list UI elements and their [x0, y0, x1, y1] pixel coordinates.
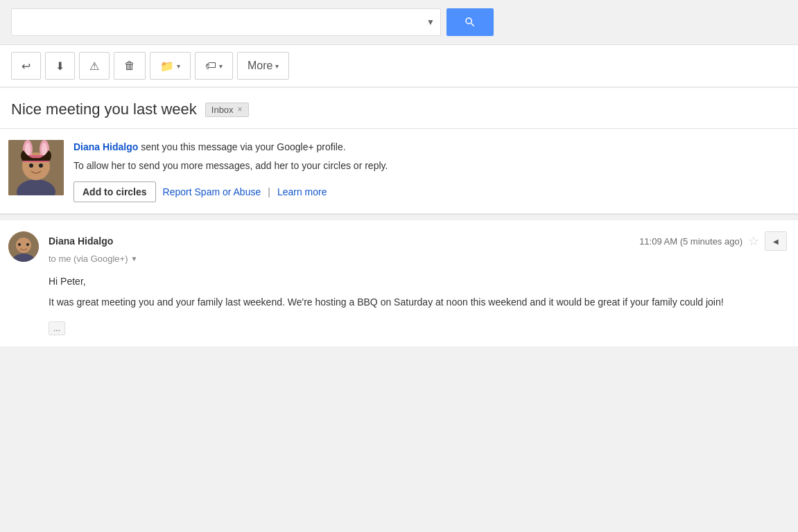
banner-line1: Diana Hidalgo sent you this message via …: [73, 140, 787, 154]
delete-button[interactable]: 🗑: [114, 52, 146, 80]
search-icon: [464, 16, 476, 28]
inbox-tag-label: Inbox: [211, 105, 234, 115]
sender-avatar-banner: [8, 140, 64, 195]
message-to: to me (via Google+) ▼: [49, 254, 787, 264]
message-to-dropdown[interactable]: ▼: [131, 255, 138, 263]
message-header: Diana Hidalgo 11:09 AM (5 minutes ago) ☆…: [49, 231, 787, 251]
more-label: More: [248, 60, 272, 72]
search-button[interactable]: [446, 8, 494, 36]
labels-dropdown-icon: ▾: [219, 62, 223, 70]
move-dropdown-icon: ▾: [177, 62, 180, 70]
report-icon: ⚠: [89, 60, 99, 73]
message-more-button[interactable]: ◀: [765, 231, 787, 251]
delete-icon: 🗑: [124, 60, 135, 72]
top-bar: ▼: [0, 0, 798, 45]
archive-button[interactable]: ⬇: [45, 52, 75, 80]
message-ellipsis-button[interactable]: ...: [49, 321, 65, 335]
banner-actions: Add to circles Report Spam or Abuse | Le…: [73, 181, 787, 202]
inbox-tag-close[interactable]: ×: [238, 105, 243, 114]
move-icon: 📁: [160, 60, 174, 73]
email-subject: Nice meeting you last week: [11, 100, 197, 118]
message-more-icon: ◀: [773, 238, 779, 245]
report-spam-link[interactable]: Report Spam or Abuse: [163, 186, 261, 197]
message-time: 11:09 AM (5 minutes ago): [639, 236, 743, 247]
message-body: Hi Peter, It was great meeting you and y…: [49, 274, 787, 335]
search-box: ▼: [11, 8, 441, 36]
add-to-circles-button[interactable]: Add to circles: [73, 181, 156, 202]
banner-line2: To allow her to send you more messages, …: [73, 159, 787, 173]
inbox-tag: Inbox ×: [205, 103, 249, 117]
avatar-svg: [8, 140, 64, 195]
avatar-image-banner: [8, 140, 64, 195]
search-dropdown-icon[interactable]: ▼: [426, 17, 435, 27]
move-button[interactable]: 📁 ▾: [150, 52, 191, 80]
sender-avatar-message: [8, 231, 39, 262]
banner-sent-text: sent you this message via your Google+ p…: [141, 141, 345, 152]
message-content: Diana Hidalgo 11:09 AM (5 minutes ago) ☆…: [49, 231, 787, 335]
social-banner: Diana Hidalgo sent you this message via …: [0, 129, 798, 215]
labels-icon: 🏷: [205, 60, 216, 72]
more-dropdown-icon: ▾: [275, 62, 279, 70]
message-meta: 11:09 AM (5 minutes ago) ☆ ◀: [639, 231, 787, 251]
svg-point-14: [26, 243, 29, 246]
labels-button[interactable]: 🏷 ▾: [195, 52, 233, 80]
message-star[interactable]: ☆: [748, 233, 759, 249]
email-subject-bar: Nice meeting you last week Inbox ×: [0, 88, 798, 129]
more-button[interactable]: More ▾: [237, 52, 289, 80]
message-greeting: Hi Peter,: [49, 274, 787, 289]
banner-sender-name[interactable]: Diana Hidalgo: [73, 141, 138, 152]
message-text: It was great meeting you and your family…: [49, 294, 787, 310]
svg-point-8: [29, 163, 33, 168]
report-button[interactable]: ⚠: [79, 52, 110, 80]
action-separator: |: [268, 186, 270, 197]
reply-icon: ↩: [21, 60, 31, 73]
message-avatar-svg: [8, 231, 39, 262]
email-message: Diana Hidalgo 11:09 AM (5 minutes ago) ☆…: [0, 220, 798, 346]
message-sender: Diana Hidalgo: [49, 236, 113, 247]
message-to-label: to me (via Google+): [49, 254, 128, 264]
svg-point-13: [18, 243, 21, 246]
learn-more-link[interactable]: Learn more: [277, 186, 327, 197]
toolbar: ↩ ⬇ ⚠ 🗑 📁 ▾ 🏷 ▾ More ▾: [0, 45, 798, 88]
search-input[interactable]: [17, 17, 426, 28]
reply-button[interactable]: ↩: [11, 52, 41, 80]
svg-point-9: [39, 163, 43, 168]
archive-icon: ⬇: [55, 60, 64, 73]
banner-content: Diana Hidalgo sent you this message via …: [73, 140, 787, 202]
